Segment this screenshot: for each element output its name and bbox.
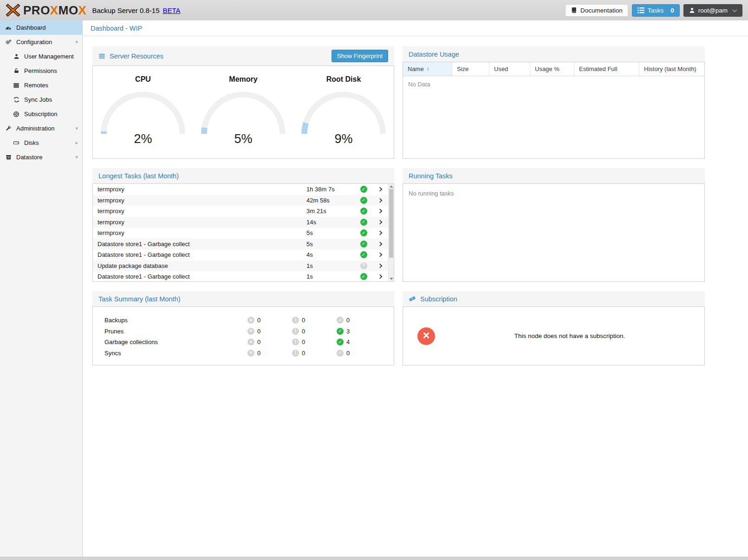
unlock-icon	[13, 68, 20, 74]
remotes-icon	[13, 82, 20, 89]
task-row[interactable]: Datastore store1 - Garbage collect 4s ✓	[93, 249, 388, 260]
check-icon: ✓	[337, 328, 344, 335]
no-subscription-icon: ×	[417, 327, 435, 345]
panel-title: Running Tasks	[409, 172, 453, 180]
task-row[interactable]: Datastore store1 - Garbage collect 5s ✓	[93, 239, 388, 250]
cpu-gauge: CPU 2%	[94, 75, 192, 137]
scroll-up-icon[interactable]	[390, 185, 393, 188]
status-ok-icon: ✓	[360, 229, 367, 236]
column-header-used[interactable]: Used	[489, 62, 530, 76]
scroll-down-icon[interactable]	[390, 278, 393, 280]
tasks-label: Tasks	[648, 7, 664, 14]
running-tasks-body: No running tasks	[403, 183, 705, 282]
tachometer-icon	[5, 25, 12, 31]
server-resources-panel: Server Resources Show Fingerprint CPU 2%…	[92, 46, 394, 159]
header-actions: Documentation Tasks 0 root@pam	[565, 4, 742, 17]
chevron-down-icon[interactable]: ▾	[75, 39, 78, 45]
warning-icon: !	[292, 328, 299, 335]
chevron-right-icon[interactable]	[378, 263, 383, 268]
chevron-down-icon[interactable]: ▾	[75, 154, 78, 160]
task-row[interactable]: Datastore store1 - Garbage collect 1s ✓	[93, 271, 388, 282]
chevron-right-icon[interactable]	[378, 241, 383, 246]
task-summary-panel: Task Summary (last Month) Backups ×0 !0 …	[92, 291, 394, 365]
task-row[interactable]: termproxy 1h 38m 7s ✓	[93, 184, 388, 195]
task-row[interactable]: termproxy 42m 58s ✓	[93, 195, 388, 206]
task-row[interactable]: Update package database 1s ?	[93, 260, 388, 272]
gauge-label: Memory	[194, 75, 293, 84]
tasks-button[interactable]: Tasks 0	[632, 4, 680, 17]
sidebar-item-sync-jobs[interactable]: Sync Jobs	[0, 92, 82, 107]
sidebar-item-disks[interactable]: Disks ▸	[0, 136, 82, 150]
no-running-tasks-text: No running tasks	[403, 184, 704, 203]
error-icon: ×	[247, 350, 254, 357]
subscription-panel: Subscription × This node does not have a…	[403, 291, 705, 365]
gauge-value: 5%	[194, 132, 293, 146]
datastore-usage-panel: Datastore Usage Name ↑ Size Used Usage %…	[403, 46, 705, 159]
status-ok-icon: ✓	[360, 219, 367, 226]
sidebar-item-label: Disks	[24, 139, 39, 146]
task-summary-body: Backups ×0 !0 ✓0 Prunes ×0 !0 ✓3 Garbage…	[92, 306, 394, 365]
root-disk-gauge: Root Disk 9%	[294, 75, 393, 137]
gauge-arc	[99, 91, 187, 136]
longest-tasks-panel: Longest Tasks (last Month) termproxy 1h …	[92, 168, 394, 282]
task-row[interactable]: termproxy 3m 21s ✓	[93, 206, 388, 217]
chevron-right-icon[interactable]	[378, 253, 383, 257]
running-tasks-panel: Running Tasks No running tasks	[403, 168, 705, 282]
column-header-history[interactable]: History (last Month)	[639, 62, 704, 76]
support-icon	[13, 111, 20, 117]
bottom-edge-bar	[0, 557, 748, 560]
column-header-size[interactable]: Size	[452, 62, 489, 76]
chevron-right-icon[interactable]	[378, 231, 383, 235]
sidebar-item-dashboard[interactable]: Dashboard	[0, 20, 82, 35]
chevron-right-icon[interactable]	[378, 187, 383, 192]
check-icon: ✓	[337, 350, 344, 357]
beta-link[interactable]: BETA	[163, 7, 181, 14]
column-header-estimated-full[interactable]: Estimated Full	[574, 62, 639, 76]
gauge-label: CPU	[94, 75, 192, 84]
book-icon	[571, 7, 577, 13]
task-row[interactable]: termproxy 5s ✓	[93, 228, 388, 239]
summary-row-syncs: Syncs ×0 !0 ✓0	[93, 348, 394, 359]
chevron-right-icon[interactable]	[378, 209, 383, 214]
chevron-right-icon[interactable]: ▸	[75, 140, 78, 146]
sidebar-item-permissions[interactable]: Permissions	[0, 64, 82, 78]
status-unknown-icon: ?	[360, 262, 367, 269]
sidebar-item-administration[interactable]: Administration ▾	[0, 121, 82, 136]
user-icon	[689, 7, 695, 13]
panel-title: Task Summary (last Month)	[98, 295, 180, 303]
sidebar-item-label: Dashboard	[16, 24, 46, 31]
chevron-down-icon[interactable]: ▾	[75, 125, 78, 131]
task-row[interactable]: termproxy 14s ✓	[93, 217, 388, 228]
sidebar-item-label: User Management	[24, 53, 74, 60]
sidebar-item-datastore[interactable]: Datastore ▾	[0, 150, 82, 164]
chevron-right-icon[interactable]	[378, 220, 383, 224]
sidebar-item-user-management[interactable]: User Management	[0, 49, 82, 64]
ticket-icon	[409, 295, 416, 302]
user-menu-button[interactable]: root@pam	[683, 4, 742, 17]
sidebar-item-label: Permissions	[24, 67, 57, 74]
vertical-scrollbar[interactable]	[388, 184, 394, 281]
gauge-label: Root Disk	[294, 75, 393, 84]
datastore-usage-header: Datastore Usage	[403, 46, 705, 62]
column-header-usage-pct[interactable]: Usage %	[530, 62, 574, 76]
gauge-value: 9%	[294, 132, 393, 146]
scrollbar-thumb[interactable]	[389, 189, 393, 258]
sidebar-item-label: Sync Jobs	[24, 96, 52, 103]
documentation-button[interactable]: Documentation	[565, 4, 628, 17]
chevron-right-icon[interactable]	[378, 274, 383, 279]
user-menu-label: root@pam	[698, 7, 728, 14]
sidebar-item-remotes[interactable]: Remotes	[0, 78, 82, 92]
sidebar-item-configuration[interactable]: Configuration ▾	[0, 35, 82, 49]
chevron-right-icon[interactable]	[378, 198, 383, 202]
show-fingerprint-button[interactable]: Show Fingerprint	[332, 50, 388, 62]
table-header-row: Name ↑ Size Used Usage % Estimated Full …	[403, 62, 704, 76]
sidebar-item-subscription[interactable]: Subscription	[0, 107, 82, 121]
tasks-count-badge: 0	[670, 7, 674, 14]
gauge-arc	[299, 91, 388, 136]
status-ok-icon: ✓	[360, 186, 367, 193]
column-header-name[interactable]: Name ↑	[403, 62, 452, 76]
list-icon	[637, 7, 644, 13]
hdd-icon	[13, 140, 20, 146]
warning-icon: !	[292, 350, 299, 357]
sync-icon	[13, 97, 20, 103]
